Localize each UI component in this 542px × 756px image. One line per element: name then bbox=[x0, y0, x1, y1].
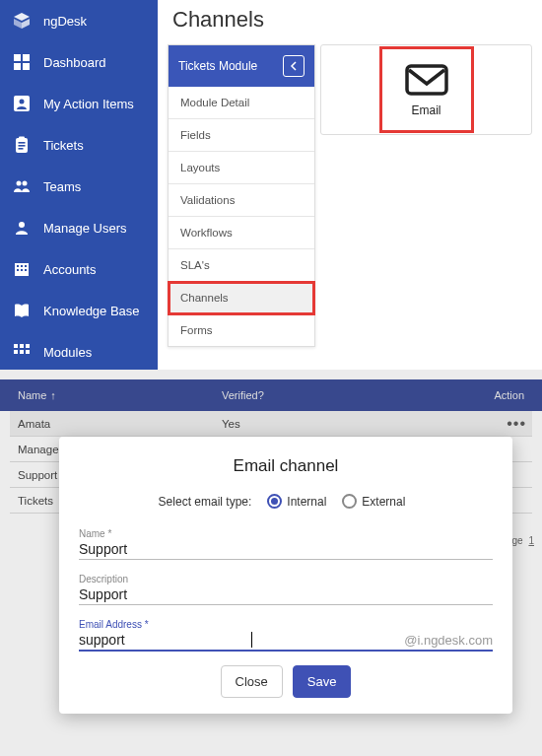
module-back-button[interactable] bbox=[283, 55, 305, 77]
email-icon bbox=[405, 62, 448, 98]
radio-icon bbox=[342, 494, 357, 509]
sidebar-item-label: Knowledge Base bbox=[43, 304, 140, 318]
logo-icon bbox=[12, 11, 32, 31]
sidebar-item-label: Dashboard bbox=[43, 55, 106, 70]
svg-rect-6 bbox=[23, 63, 30, 70]
table-row[interactable]: Amata Yes ••• bbox=[10, 411, 532, 437]
sidebar-item-dashboard[interactable]: Dashboard bbox=[0, 41, 158, 83]
module-item-module-detail[interactable]: Module Detail bbox=[169, 87, 314, 119]
email-type-radio-group: Internal External bbox=[259, 494, 413, 509]
svg-marker-2 bbox=[22, 19, 30, 29]
sort-up-icon: ↑ bbox=[50, 389, 56, 401]
module-item-validations[interactable]: Validations bbox=[169, 184, 314, 217]
module-panel: Tickets Module Module Detail Fields Layo… bbox=[168, 44, 315, 347]
description-input[interactable] bbox=[79, 586, 493, 602]
svg-rect-26 bbox=[26, 344, 30, 348]
modal-title: Email channel bbox=[79, 456, 493, 476]
text-caret bbox=[251, 632, 252, 648]
sidebar-item-label: Teams bbox=[43, 179, 81, 194]
sidebar-item-label: My Action Items bbox=[43, 97, 134, 111]
svg-rect-4 bbox=[23, 54, 30, 61]
page-title: Channels bbox=[172, 0, 264, 39]
sidebar-item-action-items[interactable]: My Action Items bbox=[0, 83, 158, 124]
description-label: Description bbox=[79, 574, 493, 584]
building-icon bbox=[12, 259, 32, 279]
clipboard-icon bbox=[12, 135, 32, 155]
sidebar-item-modules[interactable]: Modules bbox=[0, 331, 158, 373]
sidebar-item-label: Modules bbox=[43, 345, 92, 360]
svg-rect-13 bbox=[19, 148, 24, 150]
svg-rect-31 bbox=[407, 66, 446, 94]
module-item-workflows[interactable]: Workflows bbox=[169, 217, 314, 249]
svg-rect-5 bbox=[14, 63, 21, 70]
radio-external[interactable]: External bbox=[342, 494, 405, 509]
cell-verified: Yes bbox=[222, 418, 240, 430]
radio-internal[interactable]: Internal bbox=[267, 494, 326, 509]
people-icon bbox=[12, 176, 32, 196]
column-name[interactable]: Name ↑ bbox=[18, 389, 56, 401]
module-item-fields[interactable]: Fields bbox=[169, 119, 314, 152]
sidebar-item-teams[interactable]: Teams bbox=[0, 166, 158, 207]
person-icon bbox=[12, 218, 32, 238]
module-panel-header: Tickets Module bbox=[169, 45, 314, 87]
module-item-channels[interactable]: Channels bbox=[169, 282, 314, 314]
module-panel-title: Tickets Module bbox=[178, 59, 257, 73]
svg-point-8 bbox=[20, 100, 25, 104]
svg-rect-20 bbox=[25, 265, 27, 267]
svg-rect-18 bbox=[17, 265, 19, 267]
email-label: Email Address * bbox=[79, 619, 493, 630]
chevron-left-icon bbox=[289, 61, 299, 71]
sidebar-item-tickets[interactable]: Tickets bbox=[0, 124, 158, 166]
name-label: Name * bbox=[79, 528, 493, 539]
field-description: Description bbox=[79, 574, 493, 605]
email-channel-label: Email bbox=[411, 103, 440, 117]
field-name: Name * bbox=[79, 528, 493, 560]
cell-name: Amata bbox=[18, 418, 215, 430]
sidebar: ngDesk Dashboard My Action Items Tickets… bbox=[0, 0, 158, 370]
email-channel-tile[interactable]: Email bbox=[382, 49, 471, 130]
svg-rect-24 bbox=[14, 344, 18, 348]
svg-rect-10 bbox=[19, 137, 25, 140]
module-item-layouts[interactable]: Layouts bbox=[169, 152, 314, 184]
row-action-menu[interactable]: ••• bbox=[507, 415, 526, 433]
sidebar-item-manage-users[interactable]: Manage Users bbox=[0, 207, 158, 248]
table-header: Name ↑ Verified? Action bbox=[0, 379, 542, 411]
svg-point-15 bbox=[23, 181, 28, 186]
svg-rect-23 bbox=[25, 269, 27, 271]
svg-rect-28 bbox=[20, 350, 24, 354]
svg-rect-3 bbox=[14, 54, 21, 61]
svg-rect-21 bbox=[17, 269, 19, 271]
svg-rect-12 bbox=[19, 145, 26, 147]
svg-rect-19 bbox=[21, 265, 23, 267]
user-box-icon bbox=[12, 94, 32, 113]
brand-label: ngDesk bbox=[43, 14, 87, 29]
sidebar-item-label: Manage Users bbox=[43, 221, 127, 236]
sidebar-brand[interactable]: ngDesk bbox=[0, 0, 158, 41]
column-verified[interactable]: Verified? bbox=[222, 389, 264, 401]
sidebar-item-label: Tickets bbox=[43, 138, 84, 153]
field-email-address: Email Address * @i.ngdesk.com bbox=[79, 619, 493, 652]
svg-rect-22 bbox=[21, 269, 23, 271]
page-number[interactable]: 1 bbox=[528, 535, 534, 546]
name-input[interactable] bbox=[79, 541, 493, 557]
svg-point-16 bbox=[19, 222, 25, 228]
svg-point-14 bbox=[17, 181, 22, 186]
save-button[interactable]: Save bbox=[293, 665, 352, 698]
email-channel-modal: Email channel Select email type: Interna… bbox=[59, 437, 512, 714]
module-item-slas[interactable]: SLA's bbox=[169, 249, 314, 282]
svg-rect-25 bbox=[20, 344, 24, 348]
svg-rect-27 bbox=[14, 350, 18, 354]
email-input[interactable] bbox=[79, 632, 251, 648]
close-button[interactable]: Close bbox=[221, 665, 283, 698]
sidebar-item-accounts[interactable]: Accounts bbox=[0, 248, 158, 290]
svg-marker-1 bbox=[14, 19, 22, 29]
module-item-forms[interactable]: Forms bbox=[169, 314, 314, 346]
dashboard-icon bbox=[12, 52, 32, 72]
book-icon bbox=[12, 301, 32, 320]
sidebar-item-label: Accounts bbox=[43, 262, 96, 277]
grid-icon bbox=[12, 342, 32, 362]
column-action: Action bbox=[494, 389, 524, 401]
channel-card: Email bbox=[320, 44, 532, 135]
sidebar-item-knowledge-base[interactable]: Knowledge Base bbox=[0, 290, 158, 331]
type-label: Select email type: bbox=[159, 495, 252, 509]
